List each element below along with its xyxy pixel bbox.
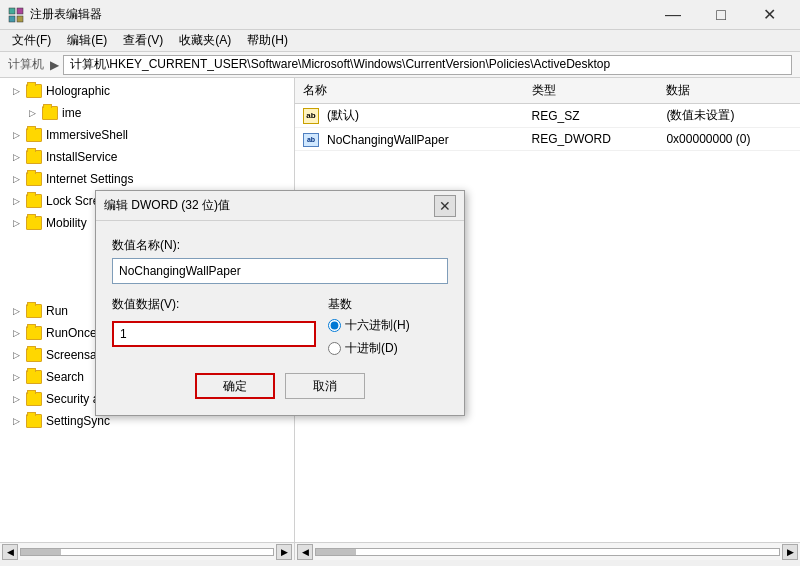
dec-radio-label[interactable]: 十进制(D) <box>328 340 448 357</box>
value-input[interactable] <box>112 321 316 347</box>
dialog-title-text: 编辑 DWORD (32 位)值 <box>104 197 434 214</box>
radio-group: 十六进制(H) 十进制(D) <box>328 317 448 357</box>
hex-radio-text: 十六进制(H) <box>345 317 410 334</box>
dialog-title-bar: 编辑 DWORD (32 位)值 ✕ <box>96 191 464 221</box>
data-row: 数值数据(V): 基数 十六进制(H) 十进制(D) <box>112 296 448 357</box>
dialog-overlay: 编辑 DWORD (32 位)值 ✕ 数值名称(N): 数值数据(V): 基数 … <box>0 0 800 566</box>
data-label: 数值数据(V): <box>112 296 316 313</box>
hex-radio-label[interactable]: 十六进制(H) <box>328 317 448 334</box>
base-label: 基数 <box>328 296 448 313</box>
dialog-close-button[interactable]: ✕ <box>434 195 456 217</box>
dialog-buttons: 确定 取消 <box>112 373 448 399</box>
edit-dword-dialog: 编辑 DWORD (32 位)值 ✕ 数值名称(N): 数值数据(V): 基数 … <box>95 190 465 416</box>
base-section: 基数 十六进制(H) 十进制(D) <box>328 296 448 357</box>
ok-button[interactable]: 确定 <box>195 373 275 399</box>
value-section: 数值数据(V): <box>112 296 316 347</box>
dialog-body: 数值名称(N): 数值数据(V): 基数 十六进制(H) <box>96 221 464 415</box>
cancel-button[interactable]: 取消 <box>285 373 365 399</box>
dec-radio-text: 十进制(D) <box>345 340 398 357</box>
name-input[interactable] <box>112 258 448 284</box>
dec-radio[interactable] <box>328 342 341 355</box>
name-label: 数值名称(N): <box>112 237 448 254</box>
hex-radio[interactable] <box>328 319 341 332</box>
